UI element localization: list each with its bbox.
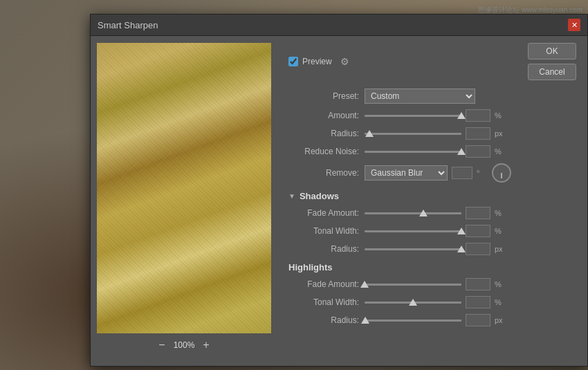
shadows-radius-content: 100 px	[365, 243, 576, 255]
preset-label: Preset:	[288, 91, 365, 101]
shadows-fade-slider[interactable]	[365, 207, 461, 219]
settings-panel: Preview ⚙ OK Cancel Preset: Custom	[277, 36, 587, 367]
shadows-radius-unit: px	[495, 245, 506, 253]
highlights-tonal-track	[365, 302, 461, 304]
angle-input[interactable]: 0	[452, 167, 472, 179]
shadows-fade-thumb[interactable]	[419, 210, 428, 216]
highlights-tonal-content: 50 %	[365, 296, 576, 308]
reduce-noise-track	[365, 151, 461, 153]
highlights-radius-slider[interactable]	[365, 315, 461, 326]
remove-select[interactable]: Gaussian Blur Lens Blur Motion Blur	[365, 165, 448, 181]
amount-row: Amount: 100 %	[288, 109, 576, 122]
highlights-title: Highlights	[288, 262, 333, 272]
highlights-tonal-row: Tonal Width: 50 %	[288, 296, 576, 308]
shadows-tonal-input[interactable]: 100	[466, 225, 490, 237]
amount-slider[interactable]	[365, 110, 461, 121]
shadows-radius-thumb[interactable]	[457, 246, 466, 252]
shadows-tonal-track	[365, 230, 461, 232]
amount-track	[365, 115, 461, 117]
preview-controls: − 100% +	[158, 339, 209, 351]
reduce-noise-content: 100 %	[365, 145, 576, 158]
highlights-tonal-slider[interactable]	[365, 297, 461, 308]
reduce-noise-input[interactable]: 100	[466, 145, 490, 158]
preset-row: Preset: Custom	[288, 89, 576, 104]
highlights-radius-row: Radius: 1 px	[288, 314, 576, 326]
reduce-noise-row: Reduce Noise: 100 %	[288, 145, 576, 158]
shadows-radius-slider[interactable]	[365, 243, 461, 255]
highlights-fade-thumb[interactable]	[360, 281, 369, 288]
amount-content: 100 %	[365, 109, 576, 122]
preview-row: Preview ⚙	[288, 56, 349, 67]
highlights-fade-input[interactable]: 0	[466, 278, 490, 290]
shadows-fade-row: Fade Amount: 61 %	[288, 207, 576, 219]
shadows-tonal-row: Tonal Width: 100 %	[288, 225, 576, 237]
amount-input[interactable]: 100	[466, 109, 490, 122]
angle-dial[interactable]	[492, 163, 511, 183]
shadows-fade-content: 61 %	[365, 207, 576, 219]
radius-unit: px	[495, 129, 506, 138]
preview-image[interactable]	[97, 43, 271, 333]
shadows-radius-label: Radius:	[288, 244, 365, 254]
highlights-fade-track	[365, 284, 461, 286]
highlights-fade-row: Fade Amount: 0 %	[288, 278, 576, 290]
amount-unit: %	[495, 111, 506, 120]
highlights-tonal-unit: %	[495, 298, 506, 306]
reduce-noise-slider[interactable]	[365, 146, 461, 157]
shadows-fade-track	[365, 212, 461, 214]
gear-button[interactable]: ⚙	[340, 56, 349, 67]
preset-content: Custom	[365, 89, 576, 104]
remove-content: Gaussian Blur Lens Blur Motion Blur 0 °	[365, 163, 576, 183]
title-bar: Smart Sharpen ✕	[91, 15, 587, 36]
zoom-in-button[interactable]: +	[203, 339, 209, 351]
highlights-tonal-input[interactable]: 50	[466, 296, 490, 308]
shadows-radius-track	[365, 248, 461, 250]
radius-slider[interactable]	[365, 128, 461, 139]
radius-content: 1.0 px	[365, 127, 576, 140]
radius-label: Radius:	[288, 129, 365, 138]
shadows-tonal-slider[interactable]	[365, 225, 461, 237]
ok-button[interactable]: OK	[528, 43, 576, 59]
highlights-radius-input[interactable]: 1	[466, 314, 490, 326]
shadows-radius-row: Radius: 100 px	[288, 243, 576, 255]
radius-input[interactable]: 1.0	[466, 127, 490, 140]
radius-row: Radius: 1.0 px	[288, 127, 576, 140]
highlights-section-header: Highlights	[288, 262, 576, 272]
dialog-body: − 100% + Preview ⚙ OK Cancel	[91, 36, 587, 367]
zoom-out-button[interactable]: −	[158, 339, 165, 351]
reduce-noise-unit: %	[495, 147, 506, 156]
highlights-radius-label: Radius:	[288, 315, 365, 325]
preview-checkbox[interactable]	[288, 57, 298, 66]
radius-thumb[interactable]	[365, 130, 374, 137]
shadows-fade-input[interactable]: 61	[466, 207, 490, 219]
highlights-fade-label: Fade Amount:	[288, 279, 365, 289]
shadows-title: Shadows	[300, 191, 339, 201]
shadows-tonal-unit: %	[495, 227, 506, 235]
shadows-tonal-thumb[interactable]	[457, 228, 466, 234]
ok-cancel-buttons: OK Cancel	[528, 43, 576, 80]
highlights-tonal-label: Tonal Width:	[288, 297, 365, 307]
highlights-fade-slider[interactable]	[365, 279, 461, 290]
preset-select[interactable]: Custom	[365, 89, 475, 104]
reduce-noise-thumb[interactable]	[457, 148, 466, 155]
highlights-radius-thumb[interactable]	[361, 317, 369, 324]
highlights-tonal-thumb[interactable]	[409, 299, 417, 306]
shadows-radius-input[interactable]: 100	[466, 243, 490, 255]
angle-unit: °	[477, 169, 488, 177]
dialog-title: Smart Sharpen	[98, 20, 158, 30]
preview-label: Preview	[302, 57, 332, 66]
reduce-noise-label: Reduce Noise:	[288, 147, 365, 156]
close-button[interactable]: ✕	[568, 19, 580, 31]
zoom-level-label: 100%	[174, 340, 195, 350]
highlights-radius-unit: px	[495, 316, 506, 324]
shadows-tonal-content: 100 %	[365, 225, 576, 237]
top-controls-row: Preview ⚙ OK Cancel	[288, 43, 576, 80]
amount-thumb[interactable]	[457, 112, 466, 119]
remove-row: Remove: Gaussian Blur Lens Blur Motion B…	[288, 163, 576, 183]
amount-label: Amount:	[288, 111, 365, 120]
smart-sharpen-dialog: Smart Sharpen ✕ − 100% + Preview ⚙	[90, 14, 588, 367]
highlights-fade-content: 0 %	[365, 278, 576, 290]
cancel-button[interactable]: Cancel	[528, 64, 576, 80]
shadows-collapse-arrow[interactable]: ▼	[288, 192, 295, 200]
radius-track	[365, 133, 461, 135]
highlights-fade-unit: %	[495, 280, 506, 288]
